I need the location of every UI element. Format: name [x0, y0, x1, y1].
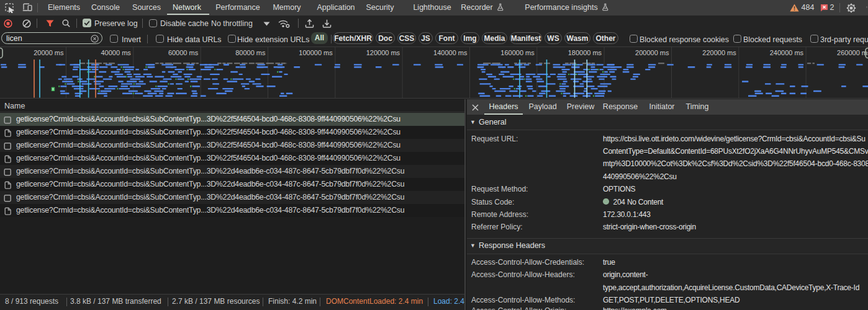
svg-text:220000 ms: 220000 ms: [702, 49, 736, 56]
svg-text:260000 ms: 260000 ms: [837, 49, 868, 56]
svg-text:140000 ms: 140000 ms: [433, 49, 468, 56]
svg-text:20000 ms: 20000 ms: [34, 49, 64, 56]
svg-text:100000 ms: 100000 ms: [299, 49, 333, 56]
svg-text:60000 ms: 60000 ms: [168, 49, 199, 56]
svg-text:80000 ms: 80000 ms: [235, 49, 266, 56]
svg-text:180000 ms: 180000 ms: [568, 49, 602, 56]
svg-text:40000 ms: 40000 ms: [101, 49, 131, 56]
svg-text:120000 ms: 120000 ms: [366, 49, 400, 56]
svg-text:160000 ms: 160000 ms: [500, 49, 535, 56]
svg-text:200000 ms: 200000 ms: [635, 49, 669, 56]
svg-text:240000 ms: 240000 ms: [770, 49, 804, 56]
